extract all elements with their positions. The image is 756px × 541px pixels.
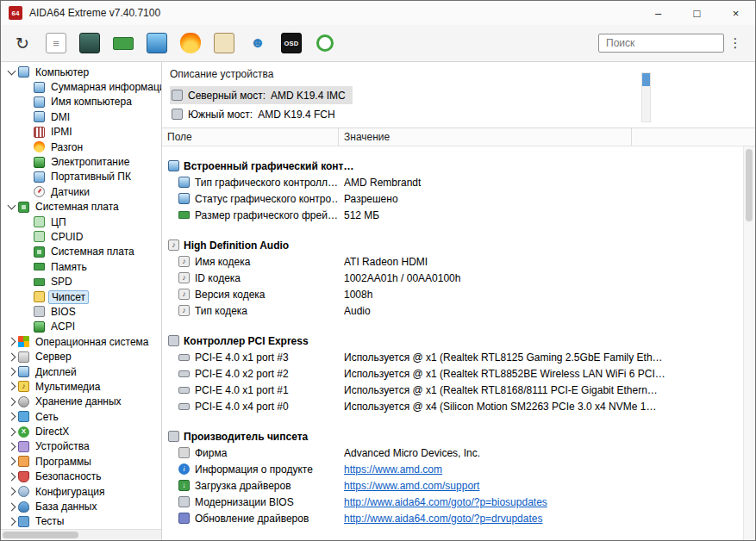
scrollbar-thumb[interactable] xyxy=(746,149,753,221)
video-adapter-icon[interactable] xyxy=(77,30,103,56)
report-icon[interactable] xyxy=(43,30,69,56)
sidebar-item[interactable]: Хранение данных xyxy=(1,395,161,409)
section-header[interactable]: Производитель чипсета xyxy=(162,428,755,445)
table-row[interactable]: Тип кодекаAudio xyxy=(162,302,755,319)
content-vertical-scrollbar[interactable] xyxy=(743,146,755,540)
table-row[interactable]: Загрузка драйверовhttps://www.amd.com/su… xyxy=(162,477,755,494)
device-row[interactable]: Южный мост:AMD K19.4 FCH xyxy=(170,105,342,123)
table-row[interactable]: PCI-E 4.0 x1 port #1Используется @ x1 (R… xyxy=(162,382,755,398)
value-link[interactable]: https://www.amd.com xyxy=(344,463,442,476)
sidebar-item[interactable]: IPMI xyxy=(1,125,161,140)
refresh-icon[interactable] xyxy=(9,30,35,56)
table-row[interactable]: Имя кодекаATI Radeon HDMI xyxy=(162,253,755,270)
sidebar-item[interactable]: Имя компьютера xyxy=(1,95,161,109)
table-row[interactable]: Обновление драйверовhttp://www.aida64.co… xyxy=(162,510,755,526)
sidebar-item[interactable]: Электропитание xyxy=(1,154,161,169)
sidebar-item[interactable]: ЦП xyxy=(1,215,161,229)
column-header-field[interactable]: Поле xyxy=(162,128,339,146)
sidebar-item[interactable]: CPUID xyxy=(1,229,161,244)
sidebar-item[interactable]: Сервер xyxy=(1,349,161,364)
sidebar-item[interactable]: DirectX xyxy=(1,424,161,438)
sidebar-item[interactable]: Чипсет xyxy=(1,289,161,304)
table-row[interactable]: ID кодека1002AA01h / 00AA0100h xyxy=(162,270,755,286)
sidebar-item[interactable]: BIOS xyxy=(1,304,161,319)
chevron-right-icon[interactable] xyxy=(5,488,18,494)
sidebar-item[interactable]: Системная плата xyxy=(1,200,161,215)
chevron-right-icon[interactable] xyxy=(5,444,18,450)
sidebar-item[interactable]: ACPI xyxy=(1,320,161,334)
value-link[interactable]: https://www.amd.com/support xyxy=(344,480,479,492)
close-button[interactable]: × xyxy=(716,1,755,25)
chevron-right-icon[interactable] xyxy=(5,458,18,464)
scrollbar-thumb[interactable] xyxy=(3,532,78,538)
chevron-right-icon[interactable] xyxy=(5,414,18,420)
chevron-right-icon[interactable] xyxy=(5,369,18,375)
chevron-right-icon[interactable] xyxy=(5,339,18,345)
sidebar-item[interactable]: Конфигурация xyxy=(1,484,161,499)
value-cell: Advanced Micro Devices, Inc. xyxy=(339,447,755,459)
section-header[interactable]: High Definition Audio xyxy=(162,237,755,253)
table-row[interactable]: Статус графического контро…Разрешено xyxy=(162,190,755,207)
chevron-down-icon[interactable] xyxy=(5,71,18,74)
description-scrollbar[interactable] xyxy=(641,72,651,122)
sidebar-item[interactable]: SPD xyxy=(1,274,161,289)
field-label: Загрузка драйверов xyxy=(195,480,291,492)
chevron-right-icon[interactable] xyxy=(5,474,18,480)
section-spacer xyxy=(162,223,755,237)
sidebar-item[interactable]: Датчики xyxy=(1,184,161,199)
table-row[interactable]: Тип графического контролл…AMD Rembrandt xyxy=(162,174,755,190)
sidebar-item[interactable]: База данных xyxy=(1,499,161,513)
sidebar-item[interactable]: Операционная система xyxy=(1,334,161,349)
sidebar-item[interactable]: Системная плата xyxy=(1,245,161,259)
sidebar-item-label: Устройства xyxy=(33,439,92,453)
table-row[interactable]: Размер графического фрей…512 МБ xyxy=(162,207,755,223)
remote-monitor-icon[interactable] xyxy=(144,30,170,56)
chevron-right-icon[interactable] xyxy=(5,354,18,360)
memory-module-icon[interactable] xyxy=(110,30,136,56)
table-row[interactable]: PCI-E 4.0 x1 port #3Используется @ x1 (R… xyxy=(162,349,755,365)
sidebar-item[interactable]: Компьютер xyxy=(1,65,161,79)
sidebar-item[interactable]: Устройства xyxy=(1,439,161,454)
sidebar-item[interactable]: Разгон xyxy=(1,140,161,154)
chevron-right-icon[interactable] xyxy=(5,399,18,405)
sidebar-item[interactable]: Тесты xyxy=(1,514,161,529)
column-header-value[interactable]: Значение xyxy=(339,128,632,146)
table-row[interactable]: PCI-E 4.0 x2 port #2Используется @ x1 (R… xyxy=(162,365,755,382)
table-row[interactable]: PCI-E 4.0 x4 port #0Используется @ x4 (S… xyxy=(162,398,755,414)
scrollbar-thumb[interactable] xyxy=(642,73,650,86)
chevron-right-icon[interactable] xyxy=(5,383,18,389)
minimize-button[interactable]: – xyxy=(639,1,678,25)
sidebar-item[interactable]: Программы xyxy=(1,454,161,469)
smart-monitor-icon[interactable] xyxy=(312,30,338,56)
sidebar-item[interactable]: Безопасность xyxy=(1,469,161,484)
sidebar-item[interactable]: Портативный ПК xyxy=(1,170,161,184)
section-header[interactable]: Встроенный графический конт… xyxy=(162,158,755,174)
sensor-panel-icon[interactable] xyxy=(178,30,203,56)
chevron-right-icon[interactable] xyxy=(5,429,18,435)
value-link[interactable]: http://www.aida64.com/goto/?p=biosupdate… xyxy=(344,496,547,508)
chevron-right-icon[interactable] xyxy=(5,504,18,510)
menu-dots-button[interactable]: ⋮ xyxy=(724,35,747,51)
value-link[interactable]: http://www.aida64.com/goto/?p=drvupdates xyxy=(344,513,542,525)
sidebar-item[interactable]: DMI xyxy=(1,109,161,124)
chevron-down-icon[interactable] xyxy=(5,205,18,208)
chevron-right-icon[interactable] xyxy=(5,519,18,525)
sidebar-item[interactable]: Дисплей xyxy=(1,364,161,379)
value-cell: 1002AA01h / 00AA0100h xyxy=(339,272,755,284)
table-row[interactable]: Модернизации BIOShttp://www.aida64.com/g… xyxy=(162,494,755,510)
table-row[interactable]: ФирмаAdvanced Micro Devices, Inc. xyxy=(162,445,755,461)
device-row[interactable]: Северный мост:AMD K19.4 IMC xyxy=(170,86,353,104)
audit-icon[interactable] xyxy=(245,30,271,56)
sidebar-item[interactable]: Память xyxy=(1,259,161,274)
maximize-button[interactable]: □ xyxy=(678,1,716,25)
search-input[interactable] xyxy=(598,34,724,53)
benchmark-icon[interactable] xyxy=(211,30,237,56)
sidebar-item[interactable]: Сеть xyxy=(1,409,161,424)
sidebar-item[interactable]: Суммарная информаци xyxy=(1,79,161,94)
sidebar-item[interactable]: Мультимедиа xyxy=(1,379,161,394)
osd-icon[interactable]: OSD xyxy=(278,30,304,56)
section-header[interactable]: Контроллер PCI Express xyxy=(162,333,755,349)
table-row[interactable]: Информация о продуктеhttps://www.amd.com xyxy=(162,461,755,477)
sidebar-horizontal-scrollbar[interactable] xyxy=(1,529,161,540)
table-row[interactable]: Версия кодека1008h xyxy=(162,286,755,302)
